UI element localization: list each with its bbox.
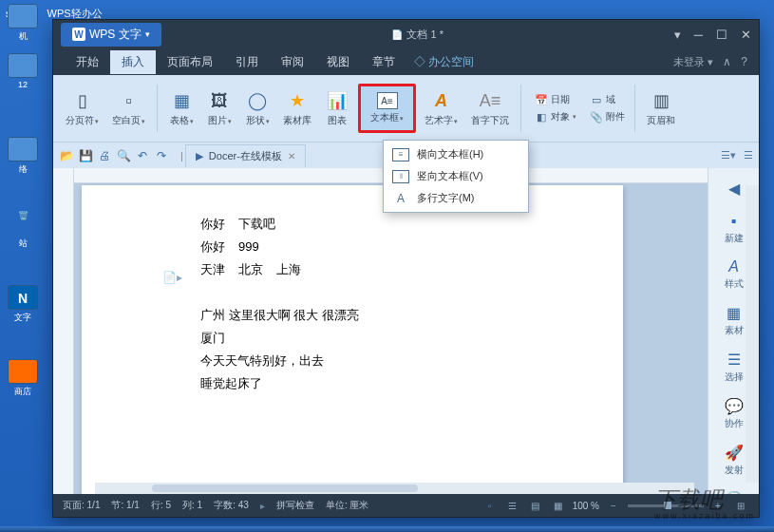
view-print-icon[interactable]: ▦	[550, 498, 567, 513]
menu-icon[interactable]: ☰	[744, 149, 753, 162]
vertical-scrollbar[interactable]	[746, 185, 759, 483]
desktop-icon-computer[interactable]: 机	[4, 4, 42, 49]
maximize-icon[interactable]: ☐	[716, 28, 727, 42]
close-tab-icon[interactable]: ✕	[288, 151, 295, 162]
menu-office[interactable]: ◇ 办公空间	[414, 54, 474, 70]
vertical-ruler[interactable]	[53, 168, 74, 494]
view-page-icon[interactable]: ▫	[481, 498, 499, 513]
menu-review[interactable]: 审阅	[270, 50, 315, 74]
textbox-dropdown: ≡横向文本框(H) ⦀竖向文本框(V) A多行文字(M)	[383, 140, 529, 213]
horizontal-textbox-icon: ≡	[392, 148, 409, 162]
status-chars[interactable]: 字数: 43	[214, 499, 249, 512]
blankpage-button[interactable]: ▫空白页	[107, 86, 150, 130]
object-button[interactable]: ◧对象▾	[532, 109, 579, 124]
blankpage-icon: ▫	[118, 89, 141, 112]
tab-docer[interactable]: ▶Docer-在线模板✕	[185, 144, 306, 167]
paperclip-icon: 📎	[590, 110, 603, 124]
menu-layout[interactable]: 页面布局	[156, 50, 224, 74]
status-section[interactable]: 节: 1/1	[111, 499, 139, 512]
ribbon: ▯分页符 ▫空白页 ▦表格 🖼图片 ◯形状 ★素材库 📊图表 A≡文本框 A艺术…	[53, 75, 759, 142]
chart-icon: 📊	[326, 89, 349, 112]
pagebreak-icon: ▯	[71, 89, 94, 112]
picture-button[interactable]: 🖼图片	[202, 86, 236, 130]
textbox-button[interactable]: A≡文本框	[358, 84, 416, 133]
status-unit[interactable]: 单位: 厘米	[326, 499, 369, 512]
menu-start[interactable]: 开始	[65, 50, 110, 74]
minimize-icon[interactable]: ─	[694, 28, 703, 42]
windows-bottom-taskbar[interactable]	[0, 526, 774, 532]
login-button[interactable]: 未登录 ▾	[673, 55, 713, 69]
status-spellcheck[interactable]: 拼写检查	[276, 499, 314, 512]
menu-insert[interactable]: 插入	[110, 50, 156, 74]
textbox-icon: A≡	[377, 92, 398, 109]
wordart-button[interactable]: A艺术字	[420, 86, 463, 130]
date-button[interactable]: 📅日期	[532, 92, 579, 107]
status-page[interactable]: 页面: 1/1	[63, 499, 100, 512]
ribbon-help-icon[interactable]: ?	[741, 55, 747, 68]
print-preview-icon[interactable]: 🔍	[116, 148, 131, 163]
backup-icon: 🕓	[712, 490, 756, 494]
picture-icon: 🖼	[208, 89, 231, 112]
calendar-icon: 📅	[535, 93, 548, 106]
document-page[interactable]: 📄▸ 你好下载吧 你好999 天津北京上海 广州 这里很大啊 很大 很漂亮 厦门…	[82, 185, 623, 494]
status-col: 列: 1	[182, 499, 202, 512]
shape-button[interactable]: ◯形状	[240, 86, 274, 130]
print-icon[interactable]: 🖨	[97, 148, 112, 163]
field-button[interactable]: ▭域	[587, 92, 628, 107]
sidebar-backup[interactable]: 🕓备份	[712, 484, 756, 494]
dropdown-horizontal[interactable]: ≡横向文本框(H)	[387, 143, 525, 165]
menu-chapter[interactable]: 章节	[361, 50, 406, 74]
zoom-value[interactable]: 100 %	[573, 501, 599, 511]
menubar: 开始 插入 页面布局 引用 审阅 视图 章节 ◇ 办公空间 未登录 ▾ ∧ ?	[53, 48, 759, 75]
desktop: 机 12 络 🗑️站 N文字 商店	[0, 0, 47, 408]
help-icon[interactable]: ▾	[674, 28, 681, 42]
chart-button[interactable]: 📊图表	[320, 86, 354, 130]
desktop-icon-store[interactable]: 商店	[4, 359, 42, 405]
dropcap-icon: A≡	[479, 89, 501, 112]
zoom-out-icon[interactable]: −	[605, 498, 622, 513]
dropdown-vertical[interactable]: ⦀竖向文本框(V)	[387, 165, 525, 187]
view-web-icon[interactable]: ▤	[527, 498, 544, 513]
table-icon: ▦	[170, 89, 193, 112]
zoom-in-icon[interactable]: +	[709, 498, 727, 513]
shape-icon: ◯	[246, 89, 269, 112]
menu-view[interactable]: 视图	[315, 50, 361, 74]
attachment-button[interactable]: 📎附件	[587, 109, 628, 124]
wordart-icon: A	[430, 89, 453, 112]
undo-icon[interactable]: ↶	[135, 148, 150, 163]
header-icon: ▥	[650, 89, 672, 112]
page-scroll[interactable]: 📄▸ 你好下载吧 你好999 天津北京上海 广州 这里很大啊 很大 很漂亮 厦门…	[74, 183, 708, 494]
dropcap-button[interactable]: A≡首字下沉	[466, 86, 514, 130]
titlebar: WPS 文字 ▾ 文档 1 * ▾ ─ ☐ ✕	[53, 20, 759, 48]
desktop-icon-network[interactable]: 络	[4, 137, 42, 182]
horizontal-scrollbar[interactable]	[95, 483, 694, 494]
header-button[interactable]: ▥页眉和	[642, 86, 680, 130]
field-icon: ▭	[590, 93, 603, 106]
object-icon: ◧	[535, 110, 548, 124]
view-outline-icon[interactable]: ☰	[504, 498, 521, 513]
document-title: 文档 1 *	[391, 28, 444, 42]
multiline-icon: A	[392, 192, 409, 205]
menu-reference[interactable]: 引用	[224, 50, 270, 74]
dropdown-multiline[interactable]: A多行文字(M)	[387, 187, 525, 209]
save-icon[interactable]: 💾	[78, 148, 93, 163]
pagebreak-button[interactable]: ▯分页符	[61, 86, 104, 130]
redo-icon[interactable]: ↷	[154, 148, 169, 163]
desktop-icon-recycle[interactable]: 🗑️站	[4, 211, 42, 256]
wps-window: WPS 文字 ▾ 文档 1 * ▾ ─ ☐ ✕ 开始 插入 页面布局 引用 审阅…	[52, 19, 760, 518]
open-icon[interactable]: 📂	[59, 148, 74, 163]
desktop-icon[interactable]: 12	[4, 53, 42, 99]
zoom-slider[interactable]	[628, 504, 704, 507]
table-button[interactable]: ▦表格	[164, 86, 198, 130]
desktop-icon-wps[interactable]: N文字	[4, 285, 42, 331]
paragraph-mark-icon: 📄▸	[162, 267, 182, 288]
star-icon: ★	[286, 89, 309, 112]
ribbon-collapse-icon[interactable]: ∧	[723, 55, 731, 68]
material-button[interactable]: ★素材库	[278, 86, 316, 130]
fit-icon[interactable]: ⊞	[732, 498, 749, 513]
close-icon[interactable]: ✕	[741, 28, 751, 42]
status-line: 行: 5	[151, 499, 171, 512]
app-tab[interactable]: WPS 文字 ▾	[61, 23, 161, 47]
vertical-textbox-icon: ⦀	[392, 170, 409, 183]
list-icon[interactable]: ☰▾	[721, 149, 736, 162]
